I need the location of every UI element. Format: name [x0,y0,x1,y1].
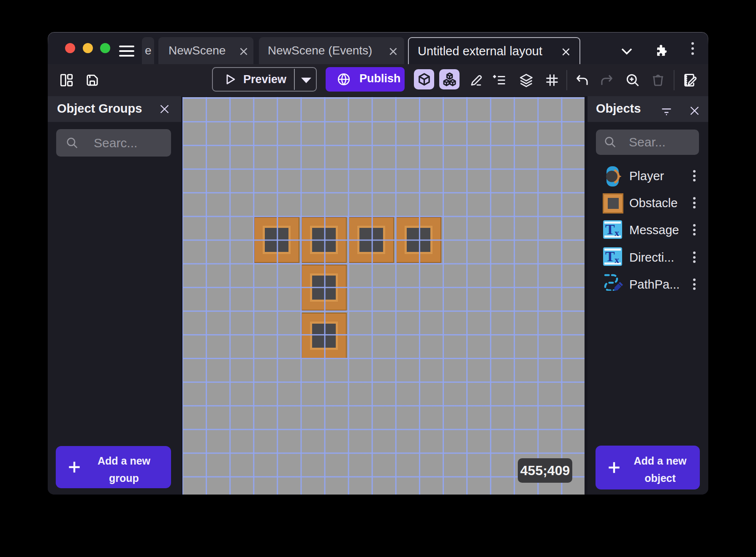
svg-text:x: x [615,227,619,238]
svg-text:x: x [615,254,619,265]
svg-text:T: T [605,249,615,264]
svg-text:T: T [605,222,615,237]
